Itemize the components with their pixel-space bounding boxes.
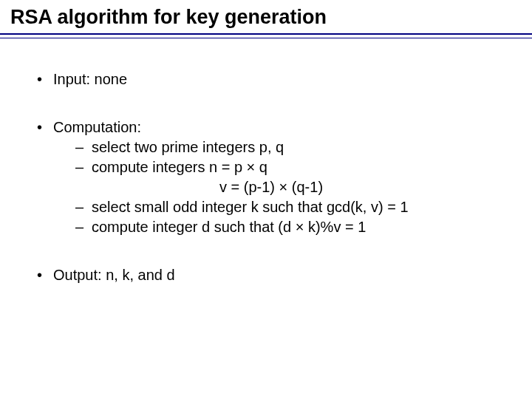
bullet-computation: Computation: select two prime integers p…: [37, 117, 502, 237]
slide-content: Input: none Computation: select two prim…: [0, 38, 532, 285]
comp-item-1: compute integers n = p × q: [53, 157, 502, 177]
slide-title: RSA algorithm for key generation: [0, 0, 532, 33]
bullet-output: Output: n, k, and d: [37, 265, 502, 285]
comp-item-4: compute integer d such that (d × k)%v = …: [53, 217, 502, 237]
comp-item-3: select small odd integer k such that gcd…: [53, 197, 502, 217]
title-divider-thick: [0, 33, 532, 35]
comp-item-2: v = (p-1) × (q-1): [53, 177, 502, 197]
bullet-computation-label: Computation:: [53, 119, 141, 135]
comp-item-0: select two prime integers p, q: [53, 137, 502, 157]
bullet-input: Input: none: [37, 69, 502, 89]
